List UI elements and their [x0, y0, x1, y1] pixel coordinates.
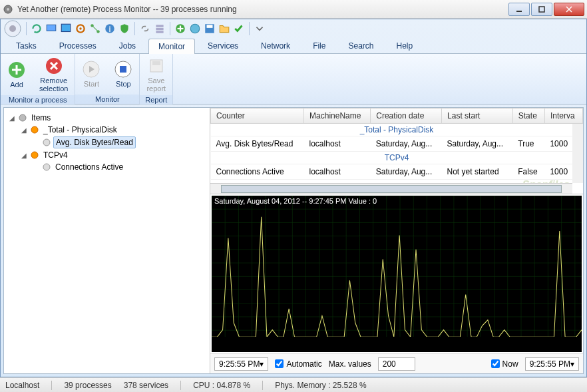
collapse-icon[interactable]: ◢	[20, 152, 28, 159]
menu-network[interactable]: Network	[251, 38, 300, 53]
save-report-button: Save report	[140, 54, 172, 95]
tree-node-connactive[interactable]: Connections Active	[32, 161, 206, 173]
content-area: ◢ Items ◢ _Total - PhysicalDisk Avg. Dis…	[3, 107, 584, 374]
check-icon[interactable]	[233, 23, 245, 35]
statusbar: Localhost 39 processes 378 services CPU …	[0, 377, 587, 392]
table-group-row[interactable]: _Total - PhysicalDisk	[211, 124, 583, 136]
remove-button[interactable]: Remove selection	[33, 54, 75, 95]
graph-tooltip: Saturday, August 04, 2012 -- 9:27:45 PM …	[214, 197, 377, 205]
col-laststart[interactable]: Last start	[442, 108, 513, 124]
monitor-icon[interactable]	[45, 23, 57, 35]
table-group-row[interactable]: TCPv4	[211, 152, 583, 164]
quick-toolbar: i	[1, 19, 586, 38]
stack-icon[interactable]	[154, 23, 166, 35]
svg-rect-25	[207, 25, 213, 28]
status-memory: Phys. Memory : 25.528 %	[275, 381, 366, 390]
menu-services[interactable]: Services	[198, 38, 248, 53]
chevron-down-icon: ▾	[570, 359, 574, 369]
folder-icon[interactable]	[218, 23, 230, 35]
tree-node-physicaldisk[interactable]: ◢ _Total - PhysicalDisk	[20, 124, 206, 136]
svg-point-37	[19, 114, 26, 121]
refresh-icon[interactable]	[31, 23, 43, 35]
svg-point-40	[31, 152, 38, 158]
tree-node-tcpv4[interactable]: ◢ TCPv4	[20, 149, 206, 161]
maximize-button[interactable]	[531, 3, 552, 16]
automatic-checkbox[interactable]: Automatic	[275, 359, 321, 369]
save-icon[interactable]	[204, 23, 216, 35]
minimize-button[interactable]	[508, 3, 530, 16]
counter-table: Counter MachineName Creation date Last s…	[210, 108, 583, 194]
svg-point-11	[79, 27, 81, 29]
time-end-input[interactable]: 9:25:55 PM▾	[525, 357, 579, 371]
link-icon[interactable]	[139, 23, 151, 35]
menubar: Tasks Processes Jobs Monitor Services Ne…	[1, 38, 586, 54]
menu-search[interactable]: Search	[338, 38, 383, 53]
metric-icon	[42, 138, 51, 147]
svg-point-7	[9, 25, 16, 32]
app-icon	[3, 4, 13, 15]
table-row[interactable]: Avg. Disk Bytes/Read localhost Saturday,…	[211, 136, 583, 152]
time-start-input[interactable]: 9:25:55 PM▾	[214, 357, 268, 371]
plus-circle-icon	[7, 61, 26, 79]
col-machine[interactable]: MachineName	[304, 108, 371, 124]
save-report-icon	[147, 57, 166, 75]
svg-point-38	[31, 126, 38, 133]
maxvalues-label: Max. values	[329, 359, 371, 369]
ribbon: Add Remove selection Monitor a process S…	[1, 54, 586, 104]
right-pane: Counter MachineName Creation date Last s…	[210, 108, 583, 373]
metric-icon	[42, 162, 51, 172]
shield-icon[interactable]	[118, 23, 130, 35]
ribbon-group-label: Report	[140, 95, 172, 104]
start-button: Start	[75, 54, 107, 95]
svg-point-23	[190, 24, 200, 33]
status-cpu: CPU : 04.878 %	[193, 381, 250, 390]
info-icon[interactable]: i	[104, 23, 116, 35]
screen-icon[interactable]	[60, 23, 72, 35]
add-button[interactable]: Add	[1, 54, 33, 95]
col-state[interactable]: State	[512, 108, 544, 124]
svg-text:i: i	[109, 24, 111, 34]
ribbon-group-label: Monitor a process	[1, 95, 75, 104]
table-row[interactable]: Connections Active localhost Saturday, A…	[211, 164, 583, 180]
gear-icon	[18, 113, 27, 122]
graph-footer: 9:25:55 PM▾ Automatic Max. values 200 No…	[210, 353, 583, 373]
performance-graph[interactable]: Saturday, August 04, 2012 -- 9:27:45 PM …	[212, 196, 582, 352]
collapse-icon[interactable]: ◢	[8, 114, 16, 122]
tree-root[interactable]: ◢ Items	[8, 112, 206, 124]
menu-file[interactable]: File	[303, 38, 335, 53]
app-menu-icon[interactable]	[3, 19, 22, 38]
play-icon	[82, 60, 100, 79]
globe-icon[interactable]	[189, 23, 201, 35]
separator	[26, 22, 27, 35]
menu-help[interactable]: Help	[387, 38, 423, 53]
col-counter[interactable]: Counter	[211, 108, 304, 124]
svg-rect-36	[152, 61, 160, 65]
tree-pane: ◢ Items ◢ _Total - PhysicalDisk Avg. Dis…	[4, 108, 210, 373]
menu-monitor[interactable]: Monitor	[148, 39, 195, 54]
add-icon[interactable]	[174, 23, 186, 35]
menu-processes[interactable]: Processes	[49, 38, 106, 53]
collapse-icon[interactable]: ◢	[20, 126, 28, 134]
svg-rect-3	[539, 7, 544, 12]
now-checkbox[interactable]: Now	[491, 359, 518, 369]
vertical-scrollbar[interactable]	[572, 124, 583, 183]
svg-line-14	[93, 27, 98, 31]
svg-rect-17	[156, 25, 163, 27]
network-icon[interactable]	[89, 23, 101, 35]
close-button[interactable]	[554, 3, 584, 16]
menu-jobs[interactable]: Jobs	[109, 38, 146, 53]
col-interval[interactable]: Interva	[544, 108, 582, 124]
tree-node-avgdiskbytes[interactable]: Avg. Disk Bytes/Read	[32, 136, 206, 149]
dropdown-icon[interactable]	[254, 23, 266, 35]
svg-rect-9	[61, 24, 71, 31]
stop-button[interactable]: Stop	[107, 54, 139, 95]
svg-point-41	[43, 164, 50, 170]
target-icon[interactable]	[75, 23, 87, 35]
maxvalues-input[interactable]: 200	[378, 357, 415, 371]
status-host: Localhost	[5, 381, 39, 390]
horizontal-scrollbar[interactable]	[210, 183, 572, 194]
menu-tasks[interactable]: Tasks	[6, 38, 47, 53]
col-creation[interactable]: Creation date	[371, 108, 442, 124]
separator	[134, 22, 135, 35]
svg-rect-18	[156, 28, 163, 30]
